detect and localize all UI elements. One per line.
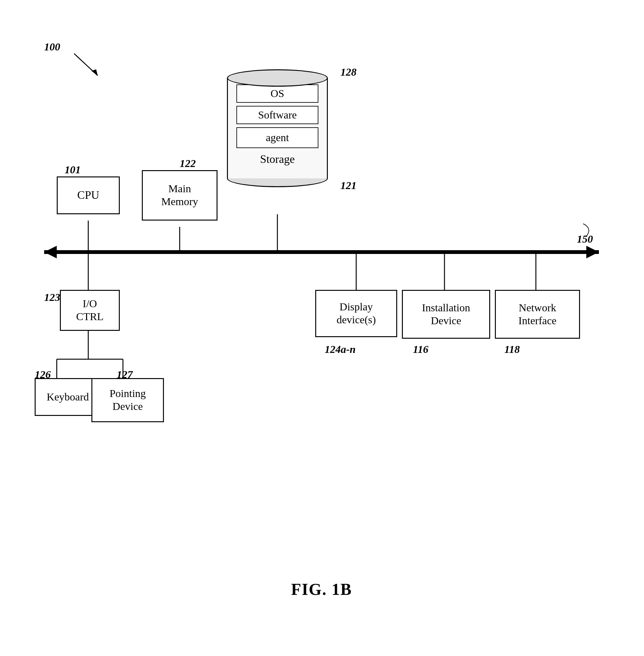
ref-118: 118	[504, 344, 520, 355]
fig-label: FIG. 1B	[291, 580, 352, 599]
os-box: OS	[236, 85, 318, 103]
ref-100: 100	[44, 41, 60, 53]
ref-122: 122	[180, 158, 196, 169]
ref-116: 116	[413, 344, 429, 355]
pointing-device-box: PointingDevice	[91, 378, 164, 422]
ref-121: 121	[341, 180, 356, 192]
svg-marker-4	[586, 246, 599, 258]
ref-150: 150	[577, 233, 593, 245]
installation-box: InstallationDevice	[402, 290, 490, 339]
ref-126: 126	[35, 369, 51, 381]
ref-128: 128	[341, 66, 356, 78]
keyboard-box: Keyboard	[35, 378, 101, 416]
diagram-container: 100 OS Software agent Storage 128 121 CP…	[25, 25, 618, 608]
storage-cylinder: OS Software agent Storage	[227, 69, 328, 187]
ref-124an: 124a-n	[325, 344, 355, 355]
ref-127: 127	[117, 369, 133, 381]
ref-101: 101	[65, 164, 81, 176]
io-ctrl-box: I/OCTRL	[60, 290, 120, 331]
display-box: Displaydevice(s)	[315, 290, 397, 337]
ref-123: 123	[44, 291, 60, 303]
software-box: Software	[236, 106, 318, 124]
main-memory-box: MainMemory	[142, 170, 217, 220]
storage-label: Storage	[260, 153, 295, 166]
cpu-box: CPU	[57, 177, 120, 214]
agent-box: agent	[236, 127, 318, 148]
network-box: NetworkInterface	[495, 290, 580, 339]
svg-marker-3	[44, 246, 57, 258]
